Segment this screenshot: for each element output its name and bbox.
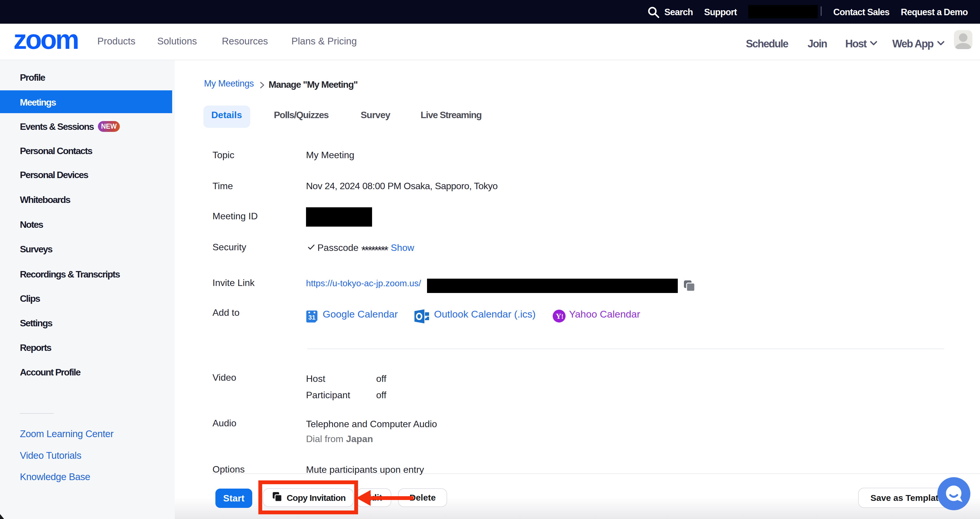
svg-text:Y: Y [556,312,562,320]
svg-text:!: ! [561,312,563,320]
svg-text:31: 31 [309,314,315,321]
